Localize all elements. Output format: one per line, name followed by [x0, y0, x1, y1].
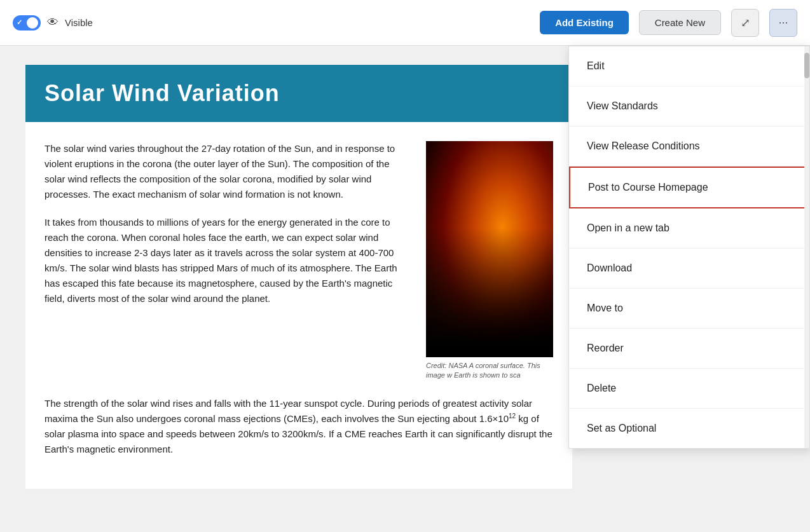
dropdown-item-view-release-conditions[interactable]: View Release Conditions [569, 126, 809, 167]
dropdown-item-move-to[interactable]: Move to [569, 289, 809, 329]
more-options-button[interactable]: ··· [769, 9, 797, 37]
solar-image [426, 141, 553, 357]
scrollbar[interactable] [804, 46, 809, 448]
toggle-knob [27, 17, 38, 29]
visible-toggle[interactable]: ✓ [13, 15, 41, 31]
create-new-button[interactable]: Create New [639, 10, 721, 35]
dropdown-menu: EditView StandardsView Release Condition… [568, 46, 810, 449]
paragraph3-start: The strength of the solar wind rises and… [45, 398, 532, 424]
toggle-container: ✓ 👁 Visible [13, 15, 93, 31]
toolbar: ✓ 👁 Visible Add Existing Create New ⤢ ··… [0, 0, 810, 46]
expand-icon: ⤢ [741, 16, 750, 30]
more-icon: ··· [778, 16, 788, 29]
dropdown-item-download[interactable]: Download [569, 249, 809, 289]
add-existing-button[interactable]: Add Existing [540, 11, 629, 34]
expand-button[interactable]: ⤢ [731, 9, 759, 37]
visible-label: Visible [65, 17, 93, 28]
scrollbar-thumb[interactable] [804, 53, 809, 78]
dropdown-item-open-in-new-tab[interactable]: Open in a new tab [569, 208, 809, 249]
eye-icon: 👁 [47, 16, 58, 29]
toggle-check-icon: ✓ [17, 18, 22, 27]
dropdown-item-view-standards[interactable]: View Standards [569, 86, 809, 126]
image-caption: Credit: NASA A coronal surface. This ima… [426, 361, 553, 381]
dropdown-item-post-to-course-homepage[interactable]: Post to Course Homepage [569, 167, 809, 208]
article-text-block: The solar wind varies throughout the 27-… [45, 141, 407, 381]
article-paragraph-1: The solar wind varies throughout the 27-… [45, 141, 407, 202]
article-header: Solar Wind Variation [25, 65, 572, 122]
article-body: The solar wind varies throughout the 27-… [25, 141, 572, 457]
article-section: The solar wind varies throughout the 27-… [45, 141, 553, 381]
main-content: Solar Wind Variation The solar wind vari… [0, 46, 810, 532]
article-paragraph-2: It takes from thousands to millions of y… [45, 215, 407, 306]
article-image-block: Credit: NASA A coronal surface. This ima… [426, 141, 553, 381]
dropdown-item-reorder[interactable]: Reorder [569, 329, 809, 369]
dropdown-item-delete[interactable]: Delete [569, 369, 809, 409]
article-container: Solar Wind Variation The solar wind vari… [25, 65, 572, 489]
paragraph3-sup: 12 [509, 413, 516, 419]
article-paragraph-3: The strength of the solar wind rises and… [45, 396, 553, 457]
article-title: Solar Wind Variation [45, 80, 553, 107]
dropdown-item-set-as-optional[interactable]: Set as Optional [569, 409, 809, 448]
dropdown-item-edit[interactable]: Edit [569, 46, 809, 86]
